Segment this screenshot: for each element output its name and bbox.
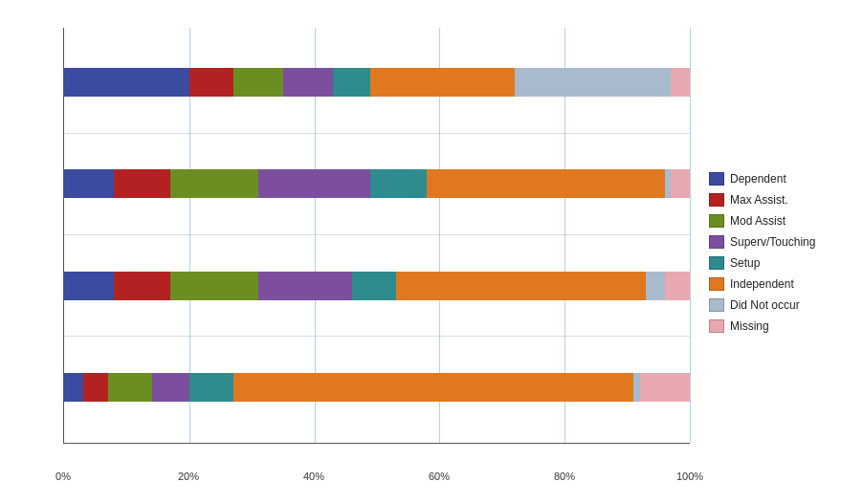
legend-swatch — [709, 172, 724, 186]
segment-independent — [370, 68, 514, 97]
chart-container: LTCHIRFSNFHHA 0%20%40%60%80%100% Depende… — [11, 9, 852, 496]
legend-label: Dependent — [730, 172, 786, 186]
chart-area: LTCHIRFSNFHHA 0%20%40%60%80%100% — [20, 18, 695, 487]
bar-row-group-hha: HHA — [64, 337, 690, 437]
stacked-bar-ltch — [64, 68, 690, 97]
legend-label: Missing — [730, 319, 769, 333]
segment-superv-touching — [258, 272, 352, 300]
x-label-0: 0% — [55, 471, 71, 482]
legend-label: Max Assist. — [730, 193, 788, 207]
bar-wrapper-irf: IRF — [64, 165, 690, 202]
segment-max-assist- — [114, 272, 170, 300]
legend-swatch — [709, 193, 724, 207]
segment-mod-assist — [170, 272, 258, 300]
segment-superv-touching — [258, 169, 371, 198]
legend-item-max-assist-: Max Assist. — [709, 193, 843, 207]
legend-item-did-not-occur: Did Not occur — [709, 298, 843, 312]
bar-row-group-irf: IRF — [64, 134, 690, 235]
legend-swatch — [709, 277, 724, 291]
segment-max-assist- — [189, 68, 233, 97]
chart-inner: LTCHIRFSNFHHA — [63, 28, 690, 444]
legend-item-independent: Independent — [709, 277, 843, 291]
stacked-bar-hha — [64, 373, 690, 402]
legend-item-mod-assist: Mod Assist — [709, 214, 843, 228]
segment-missing — [640, 373, 690, 402]
legend-item-dependent: Dependent — [709, 172, 843, 186]
legend-item-setup: Setup — [709, 256, 843, 270]
segment-mod-assist — [108, 373, 152, 402]
bar-wrapper-hha: HHA — [64, 369, 690, 405]
x-label-60: 60% — [429, 471, 450, 482]
segment-did-not-occur — [646, 272, 665, 300]
segment-did-not-occur — [515, 68, 672, 97]
legend-label: Did Not occur — [730, 298, 800, 312]
x-axis: 0%20%40%60%80%100% — [63, 468, 690, 487]
segment-max-assist- — [114, 169, 170, 198]
segment-setup — [189, 373, 233, 402]
bar-wrapper-ltch: LTCH — [64, 64, 690, 100]
segment-dependent — [64, 169, 114, 198]
x-label-20: 20% — [178, 471, 199, 482]
bar-wrapper-snf: SNF — [64, 268, 690, 304]
segment-independent — [396, 272, 647, 300]
legend-swatch — [709, 256, 724, 270]
segment-missing — [665, 272, 690, 300]
segment-superv-touching — [283, 68, 333, 97]
legend: DependentMax Assist.Mod AssistSuperv/Tou… — [695, 18, 843, 487]
legend-swatch — [709, 214, 724, 228]
segment-dependent — [64, 272, 114, 300]
legend-swatch — [709, 298, 724, 312]
segment-max-assist- — [83, 373, 108, 402]
segment-missing — [671, 68, 690, 97]
legend-label: Setup — [730, 256, 760, 270]
segment-setup — [352, 272, 396, 300]
bar-row-group-snf: SNF — [64, 235, 690, 337]
segment-mod-assist — [233, 68, 283, 97]
stacked-bar-snf — [64, 272, 690, 300]
segment-superv-touching — [152, 373, 189, 402]
segment-dependent — [64, 373, 83, 402]
legend-item-missing: Missing — [709, 319, 843, 333]
segment-dependent — [64, 68, 189, 97]
legend-swatch — [709, 235, 724, 249]
bar-rows: LTCHIRFSNFHHA — [64, 28, 690, 443]
legend-label: Superv/Touching — [730, 235, 815, 249]
legend-label: Mod Assist — [730, 214, 786, 228]
segment-independent — [233, 373, 634, 402]
x-label-100: 100% — [676, 471, 703, 482]
legend-label: Independent — [730, 277, 794, 291]
segment-independent — [427, 169, 665, 198]
legend-swatch — [709, 319, 724, 333]
bar-row-group-ltch: LTCH — [64, 33, 690, 134]
segment-mod-assist — [170, 169, 258, 198]
grid-line-100 — [690, 28, 691, 443]
stacked-bar-irf — [64, 169, 690, 198]
x-label-40: 40% — [303, 471, 324, 482]
legend-item-superv-touching: Superv/Touching — [709, 235, 843, 249]
segment-setup — [333, 68, 370, 97]
x-label-80: 80% — [554, 471, 575, 482]
segment-setup — [370, 169, 427, 198]
segment-missing — [671, 169, 690, 198]
